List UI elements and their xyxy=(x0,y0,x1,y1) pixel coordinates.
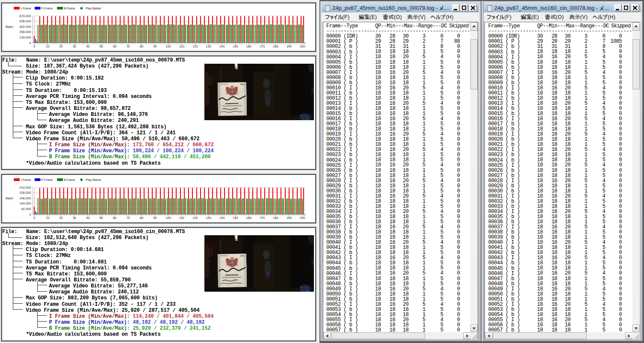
svg-text:0: 0 xyxy=(33,44,35,48)
svg-text:160: 160 xyxy=(246,216,252,220)
svg-text:190: 190 xyxy=(287,44,292,48)
svg-text:I-Frame: I-Frame xyxy=(21,7,31,10)
svg-text:90: 90 xyxy=(153,216,157,220)
svg-text:B-Frame: B-Frame xyxy=(64,178,75,181)
svg-text:40: 40 xyxy=(86,44,89,48)
svg-text:100: 100 xyxy=(165,44,171,48)
svg-text:60: 60 xyxy=(113,44,116,48)
svg-text:10: 10 xyxy=(46,44,49,48)
svg-text:70: 70 xyxy=(126,44,130,48)
svg-text:120: 120 xyxy=(192,216,198,220)
svg-text:82,000: 82,000 xyxy=(21,207,31,211)
svg-text:246,000: 246,000 xyxy=(19,196,31,200)
svg-text:110: 110 xyxy=(179,44,184,48)
svg-text:268,000: 268,000 xyxy=(19,30,31,34)
svg-text:0: 0 xyxy=(33,216,35,220)
svg-text:40: 40 xyxy=(86,216,89,220)
svg-text:20: 20 xyxy=(59,44,63,48)
svg-text:30: 30 xyxy=(73,216,76,220)
svg-text:80: 80 xyxy=(140,44,143,48)
svg-text:150: 150 xyxy=(233,216,238,220)
svg-text:134,000: 134,000 xyxy=(19,35,31,39)
svg-text:402,000: 402,000 xyxy=(19,25,31,29)
svg-text:120: 120 xyxy=(192,44,198,48)
svg-text:50: 50 xyxy=(100,44,103,48)
svg-text:100: 100 xyxy=(165,216,171,220)
svg-text:Play Marker: Play Marker xyxy=(86,7,102,10)
svg-text:Bytes: Bytes xyxy=(6,25,13,29)
svg-text:200: 200 xyxy=(300,216,305,220)
svg-text:110: 110 xyxy=(179,216,184,220)
svg-text:80: 80 xyxy=(140,216,143,220)
svg-text:164,000: 164,000 xyxy=(19,201,31,205)
svg-text:130: 130 xyxy=(206,44,211,48)
svg-text:200: 200 xyxy=(300,44,305,48)
svg-text:10: 10 xyxy=(46,216,49,220)
svg-text:170: 170 xyxy=(260,44,265,48)
svg-text:Play Marker: Play Marker xyxy=(86,178,102,182)
svg-text:150: 150 xyxy=(233,44,238,48)
svg-text:160: 160 xyxy=(246,44,252,48)
svg-text:20: 20 xyxy=(59,216,63,220)
svg-text:60: 60 xyxy=(113,216,116,220)
svg-text:140: 140 xyxy=(219,44,225,48)
svg-text:328,000: 328,000 xyxy=(19,191,31,195)
svg-text:50: 50 xyxy=(100,216,103,220)
svg-text:70: 70 xyxy=(126,216,130,220)
svg-text:B-Frame: B-Frame xyxy=(64,7,75,10)
svg-text:670,000: 670,000 xyxy=(19,14,31,18)
svg-text:180: 180 xyxy=(273,216,278,220)
svg-text:410,000: 410,000 xyxy=(19,186,31,189)
svg-text:536,000: 536,000 xyxy=(19,19,31,23)
svg-text:Bytes: Bytes xyxy=(6,197,13,200)
svg-text:30: 30 xyxy=(73,44,76,48)
svg-text:180: 180 xyxy=(273,44,278,48)
svg-text:0: 0 xyxy=(29,41,31,45)
svg-text:0: 0 xyxy=(29,213,31,216)
svg-text:190: 190 xyxy=(287,216,292,220)
svg-text:90: 90 xyxy=(153,44,157,48)
svg-text:140: 140 xyxy=(219,216,225,220)
svg-text:P-Frame: P-Frame xyxy=(41,7,53,10)
svg-text:I-Frame: I-Frame xyxy=(21,178,31,181)
svg-text:170: 170 xyxy=(260,216,265,220)
svg-text:P-Frame: P-Frame xyxy=(41,178,53,181)
svg-text:130: 130 xyxy=(206,216,211,220)
